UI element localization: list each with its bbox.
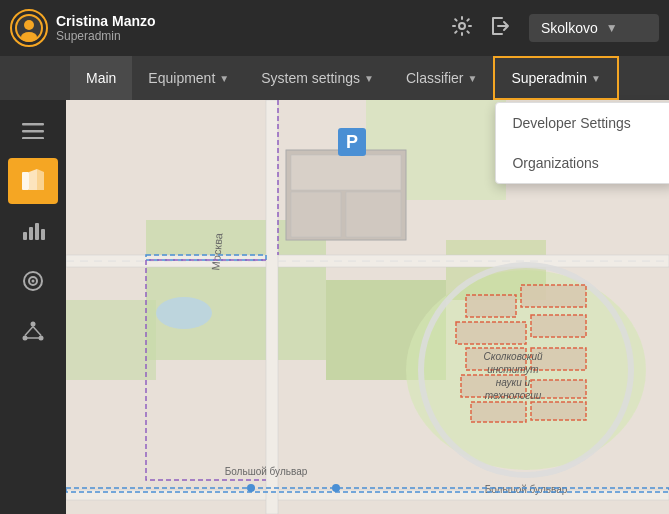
svg-text:Большой бульвар: Большой бульвар — [225, 466, 308, 477]
svg-point-3 — [459, 23, 465, 29]
svg-rect-11 — [29, 227, 33, 240]
svg-rect-37 — [346, 192, 401, 237]
svg-point-16 — [32, 280, 35, 283]
top-icons — [451, 15, 511, 42]
nav-item-system-settings[interactable]: System settings ▼ — [245, 56, 390, 100]
svg-rect-7 — [22, 172, 29, 190]
avatar — [10, 9, 48, 47]
svg-rect-43 — [456, 322, 526, 344]
svg-rect-4 — [22, 123, 44, 126]
svg-rect-50 — [531, 402, 586, 420]
sidebar — [0, 100, 66, 514]
svg-rect-49 — [471, 402, 526, 422]
svg-rect-10 — [23, 232, 27, 240]
svg-rect-32 — [266, 100, 278, 514]
svg-rect-12 — [35, 223, 39, 240]
svg-line-21 — [33, 327, 41, 336]
nav-item-superadmin[interactable]: Superadmin ▼ Developer Settings Organiza… — [493, 56, 618, 100]
nav-item-classifier[interactable]: Classifier ▼ — [390, 56, 493, 100]
sidebar-item-map[interactable] — [8, 158, 58, 204]
nav-label-main: Main — [86, 70, 116, 86]
svg-rect-42 — [521, 285, 586, 307]
svg-point-33 — [156, 297, 212, 329]
user-role: Superadmin — [56, 29, 156, 43]
svg-text:науки и: науки и — [496, 377, 531, 388]
location-label: Skolkovo — [541, 20, 598, 36]
nav-label-classifier: Classifier — [406, 70, 464, 86]
superadmin-chevron-icon: ▼ — [591, 73, 601, 84]
svg-text:институт: институт — [487, 364, 538, 375]
dropdown-item-developer-settings[interactable]: Developer Settings — [496, 103, 669, 143]
svg-text:Большой бульвар: Большой бульвар — [485, 484, 568, 495]
svg-rect-24 — [146, 220, 326, 360]
svg-point-17 — [31, 322, 36, 327]
user-text: Cristina Manzo Superadmin — [56, 13, 156, 43]
dropdown-item-organizations[interactable]: Organizations — [496, 143, 669, 183]
svg-marker-8 — [29, 169, 37, 190]
svg-rect-36 — [291, 192, 341, 237]
nav-item-equipment[interactable]: Equipment ▼ — [132, 56, 245, 100]
nav-item-main[interactable]: Main — [70, 56, 132, 100]
svg-line-20 — [25, 327, 33, 336]
svg-text:Сколковский: Сколковский — [483, 351, 542, 362]
settings-icon[interactable] — [451, 15, 473, 42]
svg-point-2 — [21, 32, 37, 42]
svg-rect-41 — [466, 295, 516, 317]
sidebar-item-camera[interactable] — [8, 258, 58, 304]
svg-marker-9 — [37, 169, 44, 190]
user-name: Cristina Manzo — [56, 13, 156, 29]
svg-point-1 — [24, 20, 34, 30]
superadmin-dropdown: Developer Settings Organizations — [495, 102, 669, 184]
svg-text:технологии: технологии — [485, 390, 542, 401]
svg-rect-35 — [291, 155, 401, 190]
sidebar-item-hamburger[interactable] — [8, 108, 58, 154]
svg-rect-6 — [22, 137, 44, 139]
top-bar: Cristina Manzo Superadmin Skolkovo ▼ — [0, 0, 669, 56]
location-chevron-icon: ▼ — [606, 21, 618, 35]
logout-icon[interactable] — [489, 15, 511, 42]
location-select[interactable]: Skolkovo ▼ — [529, 14, 659, 42]
user-info: Cristina Manzo Superadmin — [10, 9, 443, 47]
system-settings-chevron-icon: ▼ — [364, 73, 374, 84]
svg-rect-5 — [22, 130, 44, 133]
nav-bar: Main Equipment ▼ System settings ▼ Class… — [0, 56, 669, 100]
svg-rect-13 — [41, 229, 45, 240]
sidebar-item-topology[interactable] — [8, 308, 58, 354]
svg-rect-26 — [66, 300, 156, 380]
svg-text:P: P — [346, 132, 358, 152]
nav-label-system-settings: System settings — [261, 70, 360, 86]
svg-rect-44 — [531, 315, 586, 337]
nav-label-superadmin: Superadmin — [511, 70, 587, 86]
classifier-chevron-icon: ▼ — [468, 73, 478, 84]
equipment-chevron-icon: ▼ — [219, 73, 229, 84]
nav-label-equipment: Equipment — [148, 70, 215, 86]
sidebar-item-analytics[interactable] — [8, 208, 58, 254]
